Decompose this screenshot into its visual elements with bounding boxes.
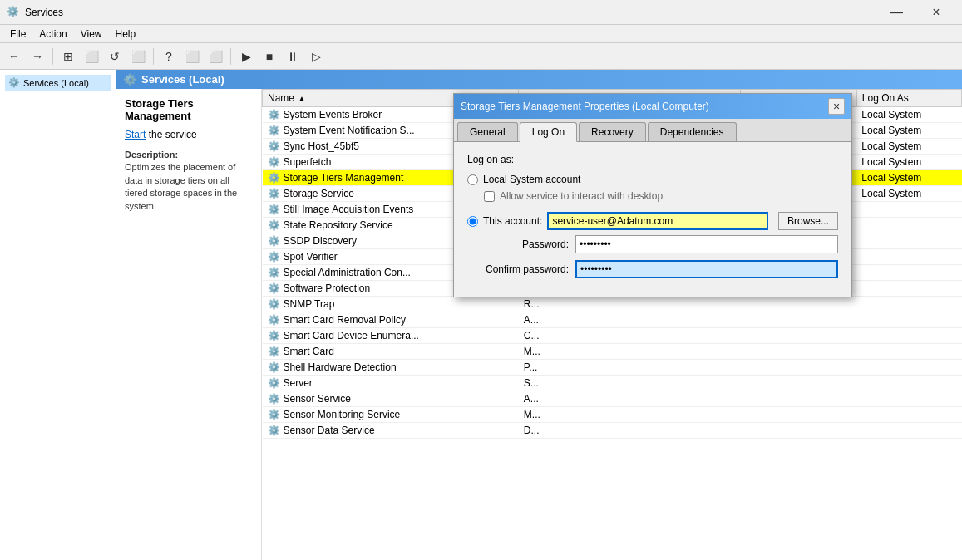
services-local-icon: ⚙️ xyxy=(8,77,20,88)
interact-checkbox[interactable] xyxy=(484,191,495,202)
interact-label: Allow service to interact with desktop xyxy=(500,190,663,202)
minimize-button[interactable]: — xyxy=(877,0,915,25)
dialog-content: Log on as: Local System account Allow se… xyxy=(454,142,851,297)
menu-help[interactable]: Help xyxy=(109,27,143,42)
confirm-label: Confirm password: xyxy=(467,263,575,275)
content-area: ⚙️ Services (Local) Storage Tiers Manage… xyxy=(116,70,962,560)
content-header: ⚙️ Services (Local) xyxy=(116,70,962,89)
interact-checkbox-row: Allow service to interact with desktop xyxy=(484,190,838,202)
separator-2 xyxy=(153,48,154,65)
close-button[interactable]: × xyxy=(917,0,955,25)
desc-label: Description: xyxy=(125,150,178,160)
dialog-title-bar: Storage Tiers Management Properties (Loc… xyxy=(454,94,851,119)
local-system-row: Local System account xyxy=(467,174,838,185)
tab-recovery[interactable]: Recovery xyxy=(579,122,646,141)
radio-this-label: This account: xyxy=(483,215,542,227)
up-button[interactable]: ⬜ xyxy=(81,46,102,67)
confirm-password-row: Confirm password: xyxy=(467,260,838,278)
password-label: Password: xyxy=(467,238,575,250)
tab-dependencies[interactable]: Dependencies xyxy=(648,122,737,141)
app-icon: ⚙️ xyxy=(7,6,20,19)
print-button[interactable]: ⬜ xyxy=(205,46,226,67)
show-hide-button[interactable]: ⊞ xyxy=(57,46,79,67)
menu-bar: File Action View Help xyxy=(0,25,962,43)
export-button[interactable]: ⬜ xyxy=(181,46,203,67)
menu-view[interactable]: View xyxy=(74,27,109,42)
service-description: Description: Optimizes the placement of … xyxy=(125,149,253,213)
selected-service-title: Storage Tiers Management xyxy=(125,97,253,122)
info-panel: Storage Tiers Management Start the servi… xyxy=(116,89,262,560)
play-button[interactable]: ▶ xyxy=(235,46,257,67)
services-local-label: Services (Local) xyxy=(23,78,89,88)
title-bar: ⚙️ Services — × xyxy=(0,0,962,25)
main-container: ⚙️ Services (Local) ⚙️ Services (Local) … xyxy=(0,70,962,560)
separator-1 xyxy=(52,48,53,65)
radio-local-label: Local System account xyxy=(483,174,580,185)
dialog-close-button[interactable]: × xyxy=(828,98,845,115)
services-list-container: Name ▲ Description Status Startup Type L… xyxy=(262,89,962,560)
separator-3 xyxy=(230,48,231,65)
start-service-suffix: the service xyxy=(149,129,197,140)
content-header-icon: ⚙️ xyxy=(123,73,136,86)
menu-file[interactable]: File xyxy=(3,27,32,42)
refresh-button[interactable]: ↺ xyxy=(104,46,126,67)
window-controls: — × xyxy=(877,0,955,25)
back-button[interactable]: ← xyxy=(3,46,25,67)
forward-button[interactable]: → xyxy=(27,46,48,67)
radio-local-system[interactable] xyxy=(467,174,478,185)
start-service-link[interactable]: Start xyxy=(125,129,146,140)
stop-button[interactable]: ■ xyxy=(259,46,280,67)
map-button[interactable]: ⬜ xyxy=(127,46,149,67)
content-body: Storage Tiers Management Start the servi… xyxy=(116,89,962,560)
menu-action[interactable]: Action xyxy=(32,27,73,42)
password-input[interactable] xyxy=(575,235,838,253)
left-panel: ⚙️ Services (Local) xyxy=(0,70,116,560)
dialog-tabs: General Log On Recovery Dependencies xyxy=(454,119,851,142)
radio-this-account[interactable] xyxy=(467,216,478,227)
password-row: Password: xyxy=(467,235,838,253)
start-service-row: Start the service xyxy=(125,129,253,140)
logon-section-title: Log on as: xyxy=(467,154,838,165)
account-input[interactable] xyxy=(547,212,768,230)
toolbar: ← → ⊞ ⬜ ↺ ⬜ ? ⬜ ⬜ ▶ ■ ⏸ ▷ xyxy=(0,43,962,70)
content-header-title: Services (Local) xyxy=(141,73,224,86)
dialog-overlay: Storage Tiers Management Properties (Loc… xyxy=(262,89,962,560)
this-account-row: This account: Browse... xyxy=(467,212,838,230)
desc-text: Optimizes the placement of data in stora… xyxy=(125,162,237,210)
window-title: Services xyxy=(25,7,877,18)
tab-logon[interactable]: Log On xyxy=(520,122,577,142)
properties-dialog: Storage Tiers Management Properties (Loc… xyxy=(453,93,852,297)
browse-button[interactable]: Browse... xyxy=(778,212,838,230)
sidebar-item-services-local[interactable]: ⚙️ Services (Local) xyxy=(5,75,111,91)
tab-general[interactable]: General xyxy=(457,122,518,141)
help-button[interactable]: ? xyxy=(158,46,180,67)
confirm-password-input[interactable] xyxy=(575,260,838,278)
restart-button[interactable]: ▷ xyxy=(305,46,327,67)
pause-button[interactable]: ⏸ xyxy=(282,46,303,67)
dialog-title: Storage Tiers Management Properties (Loc… xyxy=(461,101,709,112)
